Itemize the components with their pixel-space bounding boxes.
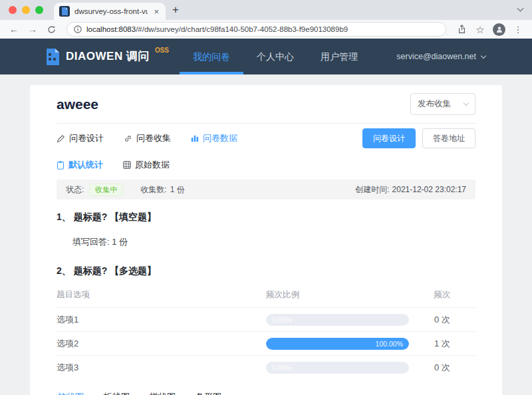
subtab-default-stats[interactable]: 默认统计 [57,159,103,171]
question-1: 1、 题标题? 【填空题】 填写回答: 1 份 [57,211,475,248]
collect-count-label: 收集数: [140,184,166,196]
data-subtabs-row: 默认统计 原始数据 [57,153,475,177]
chart-tab-bar[interactable]: 柱状图 [57,388,85,395]
header-option: 题目选项 [57,289,266,301]
answer-count-label: 填写回答: [72,237,110,247]
survey-tabs-row: 问卷设计 问卷收集 问卷数据 问卷设计 答卷地址 [57,124,475,153]
browser-menu-icon[interactable]: ⋮ [509,25,527,34]
progress-bar: 100.00% [266,338,409,350]
table-row: 选项2 100.00% 1 次 [57,331,475,355]
tab-survey-data[interactable]: 问卷数据 [191,132,237,144]
table-row: 选项3 0.00% 0 次 [57,355,475,379]
chart-tab-hbar[interactable]: 条形图 [194,388,223,395]
menu-item-user-management[interactable]: 用户管理 [307,39,371,74]
window-close-button[interactable] [9,6,17,14]
pencil-icon [57,134,65,143]
url-host: localhost:8083 [86,25,136,33]
survey-design-button[interactable]: 问卷设计 [362,128,416,148]
window-zoom-button[interactable] [35,6,43,14]
app-navbar: DIAOWEN 调问 OSS 我的问卷 个人中心 用户管理 service@di… [0,39,532,74]
question-1-answers: 填写回答: 1 份 [72,236,475,248]
created-time-value: 2021-12-02 23:02:17 [392,185,466,194]
window-controls [9,6,43,14]
brand-logo[interactable]: DIAOWEN 调问 OSS [45,48,169,66]
chevron-down-icon [481,53,486,58]
bookmark-star-icon[interactable]: ☆ [471,25,489,35]
header-freq: 频次 [409,289,475,301]
chart-tab-line[interactable]: 拆线图 [102,388,131,395]
freq-value: 0 次 [409,314,475,326]
url-bar[interactable]: localhost:8083/#/dw/survey/d/chart/c98fa… [66,22,446,37]
chart-type-tabs: 柱状图 拆线图 拼状图 条形图 [57,388,475,395]
tab-label: 问卷收集 [136,132,171,144]
tab-survey-collect[interactable]: 问卷收集 [124,132,171,144]
tab-title: dwsurvey-oss-front-vue [74,7,148,15]
window-minimize-button[interactable] [22,6,30,14]
tabs-actions: 问卷设计 答卷地址 [362,128,475,148]
publish-collect-label: 发布收集 [418,98,451,110]
tab-label: 问卷数据 [203,132,237,144]
option-label: 选项3 [57,362,266,374]
browser-tab-strip: dwsurvey-oss-front-vue × + [0,0,532,20]
url-text: localhost:8083/#/dw/survey/d/chart/c98fa… [86,25,348,33]
table-header-row: 题目选项 频次比例 频次 [57,284,475,307]
tab-label: 问卷设计 [69,132,104,144]
reload-icon[interactable] [43,25,60,34]
status-label: 状态: [66,184,84,196]
created-time: 创建时间:2021-12-02 23:02:17 [355,184,466,196]
browser-tab[interactable]: dwsurvey-oss-front-vue × [54,3,166,20]
clipboard-icon [57,161,65,170]
option-label: 选项1 [57,314,266,326]
status-bar: 状态: 收集中 收集数: 1 份 创建时间:2021-12-02 23:02:1… [57,180,475,199]
bar-chart-icon [191,134,199,142]
diaowen-logo-icon [45,48,61,66]
option-label: 选项2 [57,338,266,350]
chevron-down-icon [464,100,469,106]
link-icon [124,134,132,143]
progress-bar: 0.00% [266,362,409,374]
favicon [59,6,70,17]
browser-toolbar: ← → localhost:8083/#/dw/survey/d/chart/c… [0,20,532,39]
answer-count-value: 1 份 [112,237,128,247]
account-email: service@diaowen.net [396,52,476,61]
subtab-raw-data[interactable]: 原始数据 [123,159,170,171]
tabstrip-overflow-chevron-icon[interactable] [518,1,523,13]
publish-collect-select[interactable]: 发布收集 [410,93,475,115]
site-info-icon[interactable] [74,25,82,33]
forward-icon[interactable]: → [24,25,41,34]
ratio-label: 0.00% [272,364,292,372]
back-icon[interactable]: ← [5,25,23,34]
url-path: /#/dw/survey/d/chart/c98fa140-50b7-4052-… [136,25,348,33]
subtab-label: 原始数据 [135,159,170,171]
menu-item-my-surveys[interactable]: 我的问卷 [180,39,243,74]
page-background: aweee 发布收集 问卷设计 问卷收集 [0,74,532,395]
tab-survey-design[interactable]: 问卷设计 [57,132,104,144]
freq-value: 1 次 [409,338,475,350]
table-row: 选项1 0.00% 0 次 [57,307,475,331]
created-time-label: 创建时间: [355,185,389,194]
tab-close-icon[interactable]: × [152,7,160,17]
survey-title-row: aweee 发布收集 [57,85,475,124]
question-1-title: 1、 题标题? 【填空题】 [57,211,475,223]
main-menu: 我的问卷 个人中心 用户管理 [180,39,371,74]
brand-badge: OSS [155,47,169,54]
chart-tab-pie[interactable]: 拼状图 [148,388,177,395]
header-ratio: 频次比例 [266,289,409,301]
collect-count-value: 1 份 [170,184,185,196]
ratio-label: 0.00% [272,316,292,324]
account-dropdown[interactable]: service@diaowen.net [396,52,485,61]
share-icon[interactable] [453,25,470,34]
question-2-title: 2、 题标题? 【多选题】 [57,265,475,277]
survey-title: aweee [57,96,98,112]
new-tab-button[interactable]: + [172,4,179,15]
profile-avatar[interactable] [493,23,505,36]
table-grid-icon [123,161,131,169]
subtab-label: 默认统计 [68,159,103,171]
ratio-label: 100.00% [376,340,403,348]
survey-card: aweee 发布收集 问卷设计 问卷收集 [30,85,502,395]
progress-bar: 0.00% [266,314,409,326]
answer-url-button[interactable]: 答卷地址 [422,128,475,148]
question-2: 2、 题标题? 【多选题】 题目选项 频次比例 频次 选项1 0.00% [57,265,475,395]
menu-item-personal-center[interactable]: 个人中心 [243,39,307,74]
status-badge: 收集中 [89,184,123,196]
